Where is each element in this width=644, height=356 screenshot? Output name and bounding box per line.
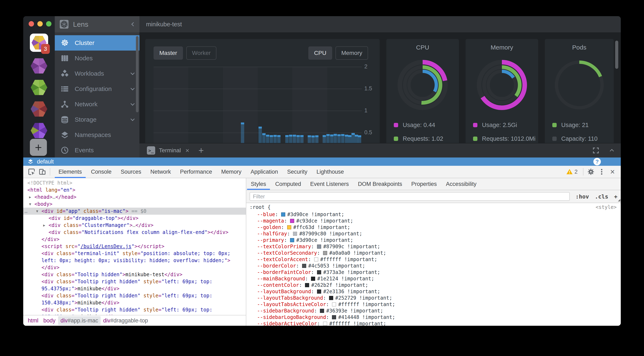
tab-performance[interactable]: Performance	[176, 166, 217, 178]
color-swatch[interactable]	[323, 322, 327, 326]
css-variable-line[interactable]: --sidebarBackground: #36393e !important;	[246, 308, 621, 314]
css-variable-line[interactable]: --halfGray: #87909c80 !important;	[246, 231, 621, 237]
css-variable-line[interactable]: --blue: #3d90ce !important;	[246, 211, 621, 218]
color-swatch[interactable]	[314, 257, 318, 262]
minimize-window-button[interactable]	[37, 21, 43, 26]
breadcrumb-div#app.is-mac[interactable]: div#app.is-mac	[58, 316, 101, 325]
node-worker-button[interactable]: Worker	[186, 46, 216, 60]
expand-dock-icon[interactable]	[592, 147, 600, 154]
css-variable-line[interactable]: --layoutTabsActiveColor: #ffffff !import…	[246, 301, 621, 308]
dom-tree-line[interactable]: <div class="Tooltip hidden">minikube-tes…	[23, 271, 246, 278]
breadcrumb-div#draggable-top[interactable]: div#draggable-top	[100, 316, 150, 325]
color-swatch[interactable]	[317, 244, 321, 249]
css-variable-line[interactable]: --golden: #ffc63d !important;	[246, 224, 621, 231]
rail-item-cluster-green[interactable]	[30, 78, 48, 97]
rail-item-cluster-red[interactable]	[30, 100, 48, 118]
tab-lighthouse[interactable]: Lighthouse	[312, 166, 348, 178]
css-variable-line[interactable]: --magenta: #c93dce !important;	[246, 218, 621, 224]
styles-tab-accessibility[interactable]: Accessibility	[441, 178, 481, 190]
warning-icon[interactable]	[566, 169, 573, 175]
metric-memory-button[interactable]: Memory	[336, 46, 368, 60]
dom-tree-line[interactable]: </div>	[23, 264, 246, 271]
sidebar-item-network[interactable]: Network	[55, 97, 140, 112]
css-variable-line[interactable]: --textColorAccent: #ffffff !important;	[246, 256, 621, 263]
new-terminal-icon[interactable]: +	[198, 145, 204, 156]
tab-sources[interactable]: Sources	[116, 166, 146, 178]
dom-tree-line[interactable]: <html lang="en">	[23, 186, 246, 193]
tab-security[interactable]: Security	[282, 166, 312, 178]
dom-tree-line[interactable]: ▶<div class="ClusterManager">…</div>	[23, 222, 246, 229]
close-window-button[interactable]	[29, 21, 34, 26]
dom-tree-line[interactable]: <div class="Tooltip right hidden" style=…	[23, 278, 246, 285]
styles-tab-styles[interactable]: Styles	[246, 178, 271, 190]
styles-filter-input[interactable]	[250, 192, 570, 201]
color-swatch[interactable]	[323, 251, 327, 255]
expanded-arrow-icon[interactable]: ▼	[36, 208, 38, 215]
color-swatch[interactable]	[311, 277, 315, 281]
devtools-menu-icon[interactable]	[596, 167, 607, 177]
rail-item-cluster-violet[interactable]	[30, 121, 48, 140]
dom-tree-line[interactable]: <div class="terminal-init" style="positi…	[23, 250, 246, 257]
color-swatch[interactable]	[329, 296, 333, 300]
css-variable-line[interactable]: --sidebarLogoBackground: #414448 !import…	[246, 314, 621, 321]
expanded-arrow-icon[interactable]: ▼	[29, 200, 31, 208]
color-swatch[interactable]	[302, 264, 306, 268]
color-swatch[interactable]	[320, 309, 324, 313]
zoom-window-button[interactable]	[46, 21, 52, 26]
styles-tab-computed[interactable]: Computed	[271, 178, 306, 190]
node-master-button[interactable]: Master	[154, 46, 183, 60]
device-toolbar-icon[interactable]	[37, 167, 48, 177]
css-variable-line[interactable]: --sidebarActiveColor: #ffffff !important…	[246, 321, 621, 326]
color-swatch[interactable]	[317, 270, 321, 274]
new-style-rule-button[interactable]: +	[614, 193, 618, 200]
css-variable-line[interactable]: --contentColor: #262b2f !important;	[246, 282, 621, 288]
dom-tree-line[interactable]: 150.438px;">minikube</div>	[23, 299, 246, 306]
dom-tree-line[interactable]: <script src="/build/LensDev.js"></script…	[23, 243, 246, 250]
terminal-tab[interactable]: Terminal	[159, 147, 181, 154]
styles-tab-event-listeners[interactable]: Event Listeners	[306, 178, 353, 190]
dom-tree-line[interactable]: ▼<body>	[23, 200, 246, 208]
color-swatch[interactable]	[305, 283, 309, 287]
dom-tree-line[interactable]: </div>	[23, 236, 246, 243]
inspect-element-icon[interactable]	[26, 167, 37, 177]
sidebar-item-configuration[interactable]: Configuration	[55, 81, 140, 97]
tab-application[interactable]: Application	[246, 166, 282, 178]
styles-tab-dom-breakpoints[interactable]: DOM Breakpoints	[353, 178, 407, 190]
color-swatch[interactable]	[290, 219, 294, 223]
sidebar-item-workloads[interactable]: Workloads	[55, 66, 140, 81]
dashboard-scrollbar[interactable]	[615, 41, 618, 69]
dom-tree-line[interactable]: 205.438px;">minikube</div>	[23, 313, 246, 315]
color-swatch[interactable]	[293, 232, 297, 236]
color-swatch[interactable]	[281, 212, 285, 216]
dom-tree-line[interactable]: 95.4375px;">minikube</div>	[23, 285, 246, 292]
css-variable-line[interactable]: --textColorSecondary: #a0a0a0 !important…	[246, 250, 621, 256]
collapsed-arrow-icon[interactable]: ▶	[29, 193, 31, 200]
rail-item-cluster-minikube-active[interactable]: 3	[30, 33, 48, 52]
close-terminal-icon[interactable]: ×	[186, 147, 190, 154]
breadcrumb-body[interactable]: body	[41, 316, 58, 325]
sidebar-scrollbar[interactable]	[136, 36, 138, 112]
css-variable-line[interactable]: --mainBackground: #1e2124 !important;	[246, 276, 621, 282]
css-variable-line[interactable]: --textColorPrimary: #87909c !important;	[246, 243, 621, 250]
tab-memory[interactable]: Memory	[216, 166, 246, 178]
css-variable-line[interactable]: --primary: #3d90ce !important;	[246, 237, 621, 243]
color-swatch[interactable]	[332, 315, 336, 319]
dom-tree-line[interactable]: ▶<head>…</head>	[23, 193, 246, 200]
tab-console[interactable]: Console	[86, 166, 116, 178]
dom-tree-line[interactable]: <div id="draggable-top"></div>	[23, 215, 246, 222]
color-swatch[interactable]	[287, 225, 291, 229]
sidebar-item-namespaces[interactable]: Namespaces	[55, 127, 140, 143]
collapsed-arrow-icon[interactable]: ▶	[43, 222, 45, 229]
styles-tab-properties[interactable]: Properties	[407, 178, 441, 190]
toggle-element-classes-button[interactable]: .cls	[595, 193, 608, 200]
metric-cpu-button[interactable]: CPU	[308, 46, 332, 60]
color-swatch[interactable]	[317, 290, 321, 294]
dom-tree-line[interactable]: <div class="Tooltip right hidden" style=…	[23, 306, 246, 313]
dom-tree-line[interactable]: <!DOCTYPE html>	[23, 179, 246, 186]
dom-tree-line[interactable]: <div class="Tooltip right hidden" style=…	[23, 292, 246, 299]
dom-tree-line[interactable]: <div class="Notifications flex column al…	[23, 229, 246, 236]
css-variable-line[interactable]: --borderColor: #4c5053 !important;	[246, 263, 621, 269]
help-button[interactable]: ?	[594, 158, 601, 165]
css-variable-line[interactable]: --layoutTabsBackground: #252729 !importa…	[246, 295, 621, 301]
sidebar-item-cluster[interactable]: ☸Cluster	[55, 35, 140, 51]
